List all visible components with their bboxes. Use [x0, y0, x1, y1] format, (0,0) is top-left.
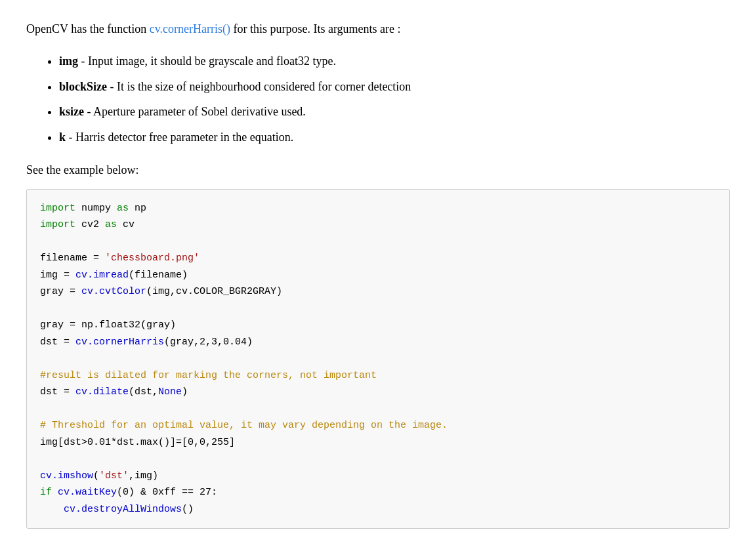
arg-k-bold: k [59, 131, 66, 144]
list-item: img - Input image, it should be grayscal… [59, 52, 730, 71]
intro-paragraph: OpenCV has the function cv.cornerHarris(… [26, 20, 730, 39]
arg-k-text: - Harris detector free parameter in the … [66, 131, 293, 144]
list-item: k - Harris detector free parameter in th… [59, 128, 730, 147]
arg-img-bold: img [59, 54, 78, 68]
intro-suffix: for this purpose. Its arguments are : [230, 22, 401, 35]
cv-cornerharris-link[interactable]: cv.cornerHarris() [150, 22, 230, 35]
list-item: ksize - Aperture parameter of Sobel deri… [59, 102, 730, 121]
list-item: blockSize - It is the size of neighbourh… [59, 77, 730, 96]
arg-ksize-text: - Aperture parameter of Sobel derivative… [84, 105, 306, 118]
code-block: import numpy as np import cv2 as cv file… [26, 189, 730, 529]
arguments-list: img - Input image, it should be grayscal… [59, 52, 730, 147]
arg-blocksize-text: - It is the size of neighbourhood consid… [107, 80, 411, 93]
intro-prefix: OpenCV has the function [26, 22, 150, 35]
arg-ksize-bold: ksize [59, 105, 84, 118]
arg-img-text: - Input image, it should be grayscale an… [78, 54, 336, 68]
see-example-text: See the example below: [26, 163, 730, 177]
arg-blocksize-bold: blockSize [59, 80, 107, 93]
